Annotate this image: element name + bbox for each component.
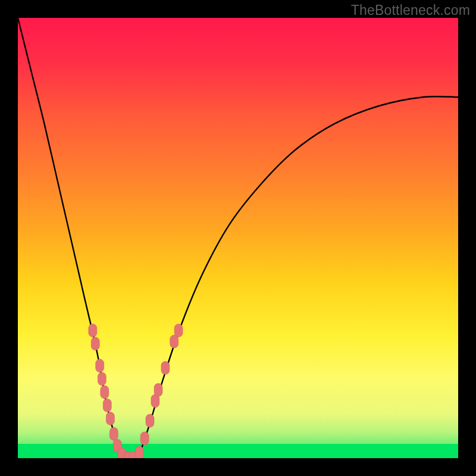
- highlight-marker: [103, 399, 111, 412]
- highlight-marker: [174, 324, 183, 337]
- curve-layer: [18, 18, 458, 458]
- highlight-marker: [109, 427, 118, 440]
- highlight-marker: [161, 361, 170, 374]
- highlight-markers: [89, 324, 183, 458]
- plot-area: [18, 18, 458, 458]
- bottleneck-curve: [18, 18, 458, 458]
- highlight-marker: [96, 359, 104, 372]
- watermark: TheBottleneck.com: [351, 2, 470, 18]
- highlight-marker: [89, 324, 97, 337]
- highlight-marker: [101, 386, 109, 399]
- highlight-marker: [140, 432, 149, 445]
- highlight-marker: [106, 412, 114, 425]
- highlight-marker: [154, 383, 162, 396]
- highlight-marker: [91, 337, 99, 350]
- highlight-marker: [135, 446, 143, 458]
- outer-frame: TheBottleneck.com: [0, 0, 476, 476]
- highlight-marker: [146, 414, 154, 427]
- highlight-marker: [98, 372, 106, 386]
